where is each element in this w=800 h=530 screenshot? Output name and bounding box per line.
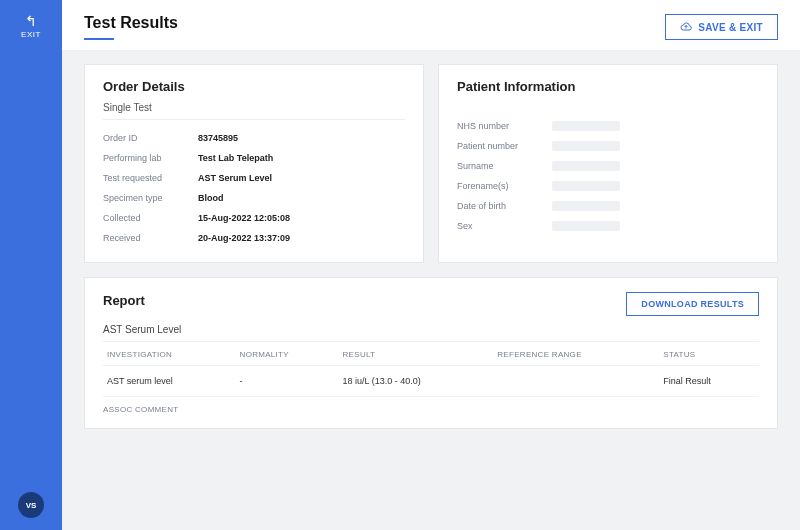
order-detail-row: Received20-Aug-2022 13:37:09 [103,228,405,248]
report-subheading: AST Serum Level [103,324,759,342]
order-details-card: Order Details Single Test Order ID837458… [84,64,424,263]
patient-info-row: NHS number [457,116,759,136]
order-detail-label: Performing lab [103,153,198,163]
table-row: AST serum level-18 iu/L (13.0 - 40.0)Fin… [103,366,759,397]
col-normality: NORMALITY [236,342,339,366]
patient-info-label: Date of birth [457,201,552,211]
order-detail-label: Collected [103,213,198,223]
order-detail-value: Test Lab Telepath [198,153,273,163]
order-detail-value: AST Serum Level [198,173,272,183]
order-detail-value: Blood [198,193,224,203]
header: Test Results SAVE & EXIT [62,0,800,50]
redacted-value-placeholder [552,181,620,191]
report-card: Report DOWNLOAD RESULTS AST Serum Level … [84,277,778,429]
patient-info-row: Patient number [457,136,759,156]
user-badge[interactable]: VS [18,492,44,518]
cell-status: Final Result [659,366,759,397]
order-detail-row: Performing labTest Lab Telepath [103,148,405,168]
order-detail-label: Received [103,233,198,243]
cloud-save-icon [680,21,692,33]
patient-info-label: NHS number [457,121,552,131]
patient-info-label: Patient number [457,141,552,151]
save-exit-button[interactable]: SAVE & EXIT [665,14,778,40]
patient-info-label: Forename(s) [457,181,552,191]
order-detail-label: Test requested [103,173,198,183]
title-underline [84,38,114,40]
cell-investigation: AST serum level [103,366,236,397]
patient-info-row: Date of birth [457,196,759,216]
main: Test Results SAVE & EXIT Order Details S… [62,0,800,530]
order-detail-row: Specimen typeBlood [103,188,405,208]
order-detail-value: 83745895 [198,133,238,143]
cell-normality: - [236,366,339,397]
sidebar: ↰ EXIT VS [0,0,62,530]
redacted-value-placeholder [552,201,620,211]
content: Order Details Single Test Order ID837458… [62,50,800,530]
exit-button[interactable]: ↰ EXIT [21,14,41,39]
order-details-subheading: Single Test [103,102,405,120]
patient-info-row: Sex [457,216,759,236]
order-detail-row: Collected15-Aug-2022 12:05:08 [103,208,405,228]
order-detail-label: Specimen type [103,193,198,203]
order-detail-label: Order ID [103,133,198,143]
col-status: STATUS [659,342,759,366]
download-results-button[interactable]: DOWNLOAD RESULTS [626,292,759,316]
redacted-value-placeholder [552,141,620,151]
patient-info-label: Sex [457,221,552,231]
patient-info-label: Surname [457,161,552,171]
redacted-value-placeholder [552,121,620,131]
order-detail-row: Order ID83745895 [103,128,405,148]
cell-result: 18 iu/L (13.0 - 40.0) [339,366,494,397]
order-detail-value: 20-Aug-2022 13:37:09 [198,233,290,243]
cell-reference-range [493,366,659,397]
title-wrap: Test Results [84,14,178,40]
order-details-heading: Order Details [103,79,405,94]
page-title: Test Results [84,14,178,32]
patient-info-card: Patient Information NHS numberPatient nu… [438,64,778,263]
order-detail-row: Test requestedAST Serum Level [103,168,405,188]
redacted-value-placeholder [552,161,620,171]
order-detail-value: 15-Aug-2022 12:05:08 [198,213,290,223]
back-arrow-icon: ↰ [25,14,37,28]
col-reference-range: REFERENCE RANGE [493,342,659,366]
redacted-value-placeholder [552,221,620,231]
exit-label: EXIT [21,30,41,39]
assoc-comment-label: ASSOC COMMENT [103,397,759,414]
col-result: RESULT [339,342,494,366]
patient-info-row: Forename(s) [457,176,759,196]
report-heading: Report [103,293,145,308]
patient-info-row: Surname [457,156,759,176]
save-exit-label: SAVE & EXIT [698,22,763,33]
results-table: INVESTIGATION NORMALITY RESULT REFERENCE… [103,342,759,397]
patient-info-heading: Patient Information [457,79,759,94]
col-investigation: INVESTIGATION [103,342,236,366]
